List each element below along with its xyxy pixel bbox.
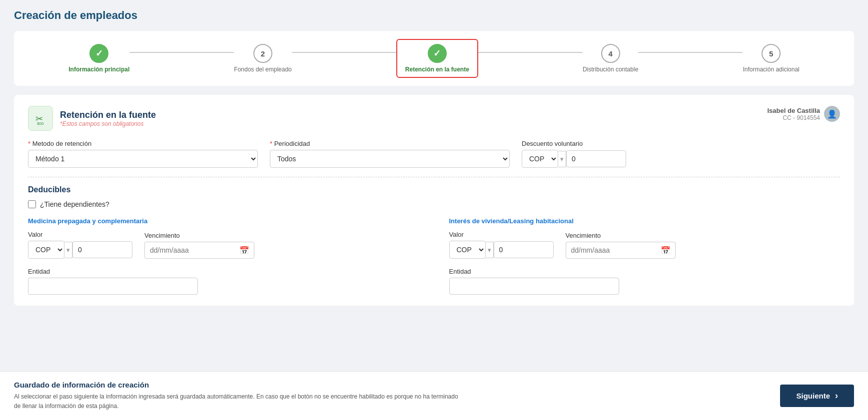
footer-bar: Guardado de información de creación Al s…: [0, 371, 868, 420]
medicina-vencimiento-label: Vencimiento: [144, 232, 254, 239]
medicina-currency-select[interactable]: COP USD: [28, 241, 64, 259]
interes-vencimiento-label: Vencimiento: [566, 232, 676, 239]
page-title: Creación de empleados: [14, 9, 854, 22]
step-5-circle: 5: [762, 44, 781, 63]
step-3-active-box: ✓ Retención en la fuente: [396, 39, 478, 78]
step-3-circle: ✓: [428, 44, 447, 63]
dependientes-row: ¿Tiene dependientes?: [28, 200, 840, 208]
step-3[interactable]: ✓ Retención en la fuente: [396, 39, 478, 78]
connector-2-3: [292, 52, 396, 53]
connector-1-2: [129, 52, 234, 53]
metodo-label: * Metodo de retención: [28, 140, 258, 147]
form-row-1: * Metodo de retención Método 1 Método 2 …: [28, 140, 840, 168]
descuento-currency-select[interactable]: COP USD EUR: [522, 150, 558, 168]
interes-vencimiento-group: Vencimiento 📅: [566, 232, 676, 259]
metodo-select[interactable]: Método 1 Método 2 Método 3: [28, 150, 258, 168]
medicina-currency-row: COP USD ▾: [28, 241, 132, 259]
footer-title: Guardado de información de creación: [14, 381, 464, 389]
periodicidad-group: * Periodicidad Todos Mensual Quincenal: [270, 140, 510, 168]
stepper-card: ✓ Información principal 2 Fondos del emp…: [14, 31, 854, 86]
interes-entidad-group: Entidad: [449, 268, 841, 295]
card-title-block: Retención en la fuente *Estos campos son…: [60, 110, 156, 127]
medicina-vencimiento-input[interactable]: [144, 242, 254, 259]
card-header: ✂ $00 Retención en la fuente *Estos camp…: [28, 106, 840, 131]
step-4[interactable]: 4 Distribución contable: [583, 44, 638, 73]
dependientes-label: ¿Tiene dependientes?: [40, 200, 109, 208]
descuento-group: Descuento voluntario COP USD EUR ▾: [522, 140, 626, 168]
interes-entidad-label: Entidad: [449, 268, 841, 275]
periodicidad-label: * Periodicidad: [270, 140, 510, 147]
page-wrapper: Creación de empleados ✓ Información prin…: [0, 0, 868, 420]
interes-currency-row: COP USD ▾: [449, 241, 554, 259]
interes-chevron-icon: ▾: [486, 242, 494, 258]
medicina-valor-label: Valor: [28, 231, 132, 238]
step-2[interactable]: 2 Fondos del empleado: [234, 44, 291, 73]
metodo-group: * Metodo de retención Método 1 Método 2 …: [28, 140, 258, 168]
step-4-label: Distribución contable: [583, 66, 638, 73]
footer-description: Al seleccionar el paso siguiente la info…: [14, 392, 464, 411]
medicina-vencimiento-group: Vencimiento 📅: [144, 232, 254, 259]
card-header-left: ✂ $00 Retención en la fuente *Estos camp…: [28, 106, 156, 131]
interes-date-wrap: 📅: [566, 242, 676, 259]
next-button[interactable]: Siguiente ›: [780, 385, 854, 407]
medicina-entidad-group: Entidad: [28, 268, 419, 295]
user-name: Isabel de Castilla: [768, 107, 821, 114]
interes-valor-label: Valor: [449, 231, 554, 238]
medicina-chevron-icon: ▾: [64, 242, 72, 258]
medicina-date-wrap: 📅: [144, 242, 254, 259]
user-info: Isabel de Castilla CC - 9014554: [768, 107, 821, 121]
interes-valor-group: Valor COP USD ▾: [449, 231, 554, 259]
required-note: *Estos campos son obligatorios: [60, 120, 156, 127]
medicina-valor-group: Valor COP USD ▾: [28, 231, 132, 259]
interes-title: Interés de vivienda/Leasing habitacional: [449, 217, 841, 225]
interes-vencimiento-input[interactable]: [566, 242, 676, 259]
step-2-label: Fondos del empleado: [234, 66, 291, 73]
main-content: Creación de empleados ✓ Información prin…: [0, 0, 868, 371]
footer-text-block: Guardado de información de creación Al s…: [14, 381, 464, 411]
stepper-row: ✓ Información principal 2 Fondos del emp…: [68, 39, 800, 78]
step-5-label: Información adicional: [743, 66, 799, 73]
card-header-right: Isabel de Castilla CC - 9014554 👤: [768, 106, 841, 122]
interes-currency-select[interactable]: COP USD: [449, 241, 486, 259]
form-card: ✂ $00 Retención en la fuente *Estos camp…: [14, 95, 854, 306]
step-2-circle: 2: [253, 44, 272, 63]
dependientes-checkbox[interactable]: [28, 200, 36, 208]
medicina-calendar-icon[interactable]: 📅: [239, 246, 249, 255]
connector-4-5: [638, 52, 743, 53]
step-4-circle: 4: [601, 44, 620, 63]
medicina-title: Medicina prepagada y complementaria: [28, 217, 419, 225]
connector-3-4: [478, 52, 583, 53]
medicina-col: Medicina prepagada y complementaria Valo…: [28, 217, 419, 295]
two-col-section: Medicina prepagada y complementaria Valo…: [28, 217, 840, 295]
medicina-entidad-input[interactable]: [28, 278, 198, 295]
step-5[interactable]: 5 Información adicional: [743, 44, 799, 73]
medicina-valor-row: Valor COP USD ▾ Vencimient: [28, 231, 419, 259]
step-3-label: Retención en la fuente: [405, 66, 469, 73]
interes-valor-row: Valor COP USD ▾ Vencimient: [449, 231, 841, 259]
next-chevron-icon: ›: [835, 391, 838, 401]
scissors-icon: ✂ $00: [28, 106, 53, 131]
interes-entidad-input[interactable]: [449, 278, 619, 295]
interes-col: Interés de vivienda/Leasing habitacional…: [449, 217, 841, 295]
step-1-circle: ✓: [89, 44, 108, 63]
svg-text:$00: $00: [37, 121, 44, 126]
section-divider: [28, 177, 840, 177]
step-1-label: Información principal: [68, 66, 129, 73]
periodicidad-select[interactable]: Todos Mensual Quincenal: [270, 150, 510, 168]
medicina-valor-input[interactable]: [72, 241, 132, 258]
interes-valor-input[interactable]: [494, 241, 554, 258]
descuento-label: Descuento voluntario: [522, 140, 626, 147]
next-button-label: Siguiente: [796, 392, 830, 400]
descuento-value-input[interactable]: [566, 150, 626, 167]
descuento-currency-row: COP USD EUR ▾: [522, 150, 626, 168]
avatar: 👤: [824, 106, 840, 122]
descuento-chevron-icon: ▾: [558, 151, 566, 167]
section-title: Retención en la fuente: [60, 110, 156, 120]
step-1[interactable]: ✓ Información principal: [68, 44, 129, 73]
interes-calendar-icon[interactable]: 📅: [661, 246, 671, 255]
medicina-entidad-label: Entidad: [28, 268, 419, 275]
deducibles-title: Deducibles: [28, 185, 840, 194]
user-id: CC - 9014554: [768, 114, 821, 121]
